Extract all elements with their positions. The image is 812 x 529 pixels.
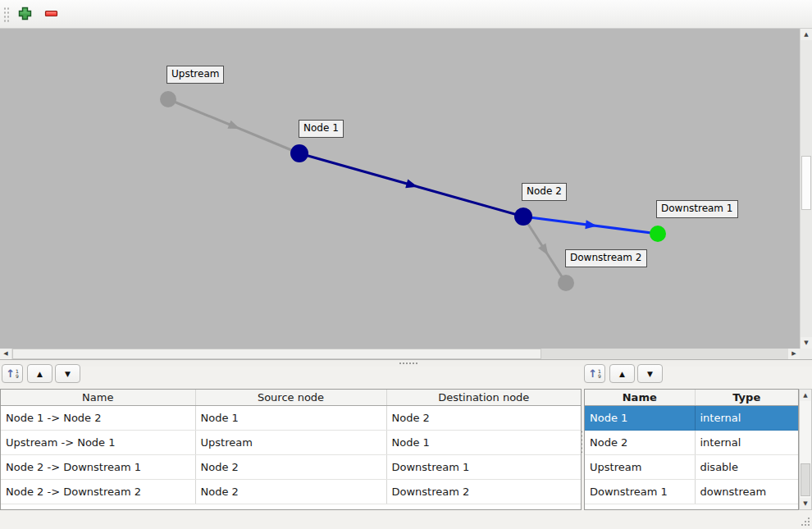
nodes-move-up-button[interactable]: ▲	[609, 364, 635, 383]
table-row[interactable]: Node 2 -> Downstream 2Node 2Downstream 2	[1, 480, 581, 504]
column-header-type[interactable]: Type	[695, 390, 798, 406]
horizontal-splitter[interactable]	[0, 359, 812, 367]
cell-name: Node 2	[585, 431, 695, 455]
graph-node[interactable]	[558, 275, 574, 291]
cell-source: Node 1	[195, 406, 386, 431]
nodes-sort-button[interactable]: ↑ 19	[584, 364, 605, 383]
minus-icon	[44, 7, 58, 23]
scroll-down-icon[interactable]: ▼	[800, 498, 811, 509]
cell-type: internal	[695, 431, 798, 455]
toolbar-drag-handle[interactable]	[3, 7, 10, 24]
cell-destination: Downstream 2	[386, 480, 581, 504]
add-button[interactable]	[16, 7, 33, 22]
main-toolbar	[0, 0, 812, 29]
cell-destination: Node 1	[386, 431, 581, 455]
node-label[interactable]: Downstream 2	[565, 249, 647, 267]
graph-svg	[0, 29, 800, 349]
scrollbar-corner	[800, 349, 812, 359]
cell-type: disable	[695, 455, 798, 480]
cell-source: Upstream	[195, 431, 386, 455]
cell-type: downstream	[695, 480, 798, 504]
up-arrow-icon: ▲	[619, 370, 625, 378]
sort-ascending-icon: ↑ 19	[6, 368, 19, 379]
scroll-up-icon[interactable]: ▲	[801, 29, 812, 40]
edge-arrow-icon	[227, 121, 239, 129]
vertical-splitter-handle[interactable]	[580, 430, 583, 453]
edges-sort-button[interactable]: ↑ 19	[2, 364, 23, 383]
cell-type: internal	[695, 406, 798, 431]
cell-destination: Downstream 1	[386, 455, 581, 480]
column-header-source-node[interactable]: Source node	[195, 390, 386, 406]
up-arrow-icon: ▲	[37, 370, 43, 378]
vertical-scrollbar-thumb[interactable]	[801, 156, 811, 210]
down-arrow-icon: ▼	[647, 370, 653, 378]
column-header-destination-node[interactable]: Destination node	[386, 390, 581, 406]
graph-node[interactable]	[290, 144, 308, 162]
node-label[interactable]: Downstream 1	[656, 200, 738, 218]
edges-move-down-button[interactable]: ▼	[55, 364, 80, 383]
graph-node[interactable]	[650, 226, 666, 242]
table-row[interactable]: Upstreamdisable	[585, 455, 798, 480]
sort-ascending-icon: ↑ 19	[588, 368, 601, 379]
nodes-scrollbar-thumb[interactable]	[801, 463, 810, 496]
table-row[interactable]: Downstream 1downstream	[585, 480, 798, 504]
table-row[interactable]: Node 2internal	[585, 431, 798, 455]
edge-arrow-icon	[538, 243, 548, 255]
scroll-up-icon[interactable]: ▲	[800, 390, 811, 401]
table-row[interactable]: Node 1internal	[585, 406, 798, 431]
down-arrow-icon: ▼	[65, 370, 71, 378]
remove-button[interactable]	[43, 7, 59, 22]
scroll-right-icon[interactable]: ▶	[788, 349, 800, 359]
splitter-handle-icon	[399, 362, 417, 364]
graph-canvas[interactable]: UpstreamNode 1Node 2Downstream 1Downstre…	[0, 29, 800, 349]
plus-icon	[18, 7, 32, 23]
cell-destination: Node 2	[386, 406, 581, 431]
cell-name: Downstream 1	[585, 480, 695, 504]
nodes-table-scrollbar[interactable]: ▲ ▼	[799, 389, 812, 510]
cell-name: Node 1 -> Node 2	[1, 406, 195, 431]
edges-table: NameSource nodeDestination node Node 1 -…	[0, 389, 582, 510]
node-label[interactable]: Node 2	[522, 183, 567, 201]
graph-node[interactable]	[160, 91, 176, 107]
window-resize-grip[interactable]	[801, 524, 803, 526]
column-header-name[interactable]: Name	[585, 390, 695, 406]
edges-move-up-button[interactable]: ▲	[27, 364, 52, 383]
edge-arrow-icon	[405, 180, 417, 189]
cell-source: Node 2	[195, 455, 386, 480]
table-row[interactable]: Node 1 -> Node 2Node 1Node 2	[1, 406, 581, 431]
cell-source: Node 2	[195, 480, 386, 504]
table-row[interactable]: Node 2 -> Downstream 1Node 2Downstream 1	[1, 455, 581, 480]
graph-node[interactable]	[514, 207, 532, 226]
canvas-vertical-scrollbar[interactable]: ▲ ▼	[800, 29, 812, 349]
cell-name: Node 1	[585, 406, 695, 431]
column-header-name[interactable]: Name	[1, 390, 195, 406]
nodes-table-header: NameType	[585, 390, 798, 406]
scroll-down-icon[interactable]: ▼	[801, 337, 812, 349]
nodes-table: NameType Node 1internalNode 2internalUps…	[584, 389, 799, 510]
cell-name: Upstream	[585, 455, 695, 480]
node-label[interactable]: Upstream	[167, 66, 224, 84]
nodes-move-down-button[interactable]: ▼	[637, 364, 663, 383]
cell-name: Upstream -> Node 1	[1, 431, 195, 455]
edges-table-header: NameSource nodeDestination node	[1, 390, 581, 406]
table-row[interactable]: Upstream -> Node 1UpstreamNode 1	[1, 431, 581, 455]
node-label[interactable]: Node 1	[299, 120, 344, 138]
canvas-horizontal-scrollbar[interactable]: ◀ ▶	[0, 349, 800, 359]
cell-name: Node 2 -> Downstream 1	[1, 455, 195, 480]
horizontal-scrollbar-thumb[interactable]	[12, 349, 541, 359]
application-window: UpstreamNode 1Node 2Downstream 1Downstre…	[0, 0, 812, 529]
cell-name: Node 2 -> Downstream 2	[1, 480, 195, 504]
scroll-left-icon[interactable]: ◀	[0, 349, 11, 359]
